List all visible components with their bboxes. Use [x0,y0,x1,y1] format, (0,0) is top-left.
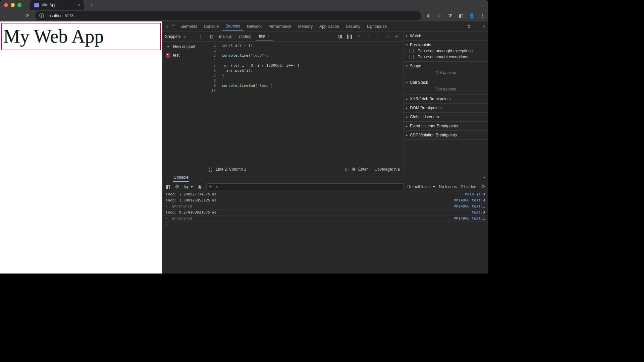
issues-label[interactable]: No Issues [439,184,457,189]
console-filter-input[interactable]: Filter [206,183,404,190]
close-window-button[interactable] [4,3,8,7]
snippet-file-icon [166,53,170,58]
forward-button[interactable]: → [14,13,19,18]
console-log-row: loop: 9.274169921875 mstest:9 [162,209,488,216]
drawer-menu-icon[interactable]: ⋮ [165,175,169,180]
new-snippet-button[interactable]: ＋ New snippet [162,42,205,52]
pause-caught-checkbox[interactable]: Pause on caught exceptions [406,54,486,60]
code-area[interactable]: const arr = []; console.time("loop"); fo… [219,42,302,165]
console-prompt[interactable]: › [162,222,488,229]
tab-title: Vite App [42,3,56,7]
live-expression-icon[interactable]: ◉ [197,184,202,189]
snippet-file-test[interactable]: test [162,52,205,59]
tab-security[interactable]: Security [342,21,364,31]
tab-sources[interactable]: Sources [222,21,244,31]
editor-tab-mainjs[interactable]: main.js [216,32,235,41]
global-listeners-section[interactable]: ▸Global Listeners [406,114,486,120]
webpage-viewport: My Web App [0,21,162,274]
console-drawer: ⋮ Console × ◧ ⊘ top▾ ◉ Filter Default le… [162,173,488,274]
new-tab-button[interactable]: + [90,2,93,8]
minimize-window-button[interactable] [11,3,15,7]
zoom-icon[interactable]: ⊕ [426,13,431,18]
back-button[interactable]: ← [3,13,9,18]
log-message: undefined [172,204,454,208]
pretty-print-icon[interactable]: { } [209,167,212,172]
browser-menu-icon[interactable]: ⋮ [480,13,485,18]
side-panel-icon[interactable]: ◧ [458,13,464,18]
reload-button[interactable]: ⟳ [25,13,30,18]
close-editor-tab-icon[interactable]: × [267,34,269,38]
pause-uncaught-checkbox[interactable]: Pause on uncaught exceptions [406,48,486,54]
console-log-row: loop: 1.200927734375 msmain.js:9 [162,191,488,197]
close-tab-icon[interactable]: × [78,3,80,7]
watch-section[interactable]: ▸Watch [406,33,486,39]
hidden-count[interactable]: 2 hidden [461,184,476,189]
page-heading: My Web App [3,25,159,47]
csp-breakpoints-section[interactable]: ▸CSP Violation Breakpoints [406,132,486,138]
pause-script-icon[interactable]: ❚❚ [347,34,352,39]
log-levels-selector[interactable]: Default levels▾ [408,184,435,189]
device-toggle-icon[interactable]: 📱 [170,24,177,29]
devtools-close-icon[interactable]: × [480,24,487,29]
bookmark-icon[interactable]: ☆ [437,13,442,18]
editor-statusbar: { } Line 2, Column 1 ▷ ⌘+Enter Coverage:… [205,165,403,173]
console-settings-icon[interactable]: ⚙ [480,184,486,189]
address-bar[interactable]: ⓘ localhost:5173 [35,11,421,20]
devtools-menu-icon[interactable]: ⋮ [474,24,480,29]
code-editor[interactable]: 12345678910 const arr = []; console.time… [205,42,403,165]
log-source-link[interactable]: test:9 [472,210,485,215]
extensions-icon[interactable]: ⧩ [447,13,453,18]
callstack-section[interactable]: ▾Call Stack [406,79,486,85]
snippet-file-name: test [173,53,179,58]
tabs-dropdown-icon[interactable]: ⌄ [481,3,484,7]
event-listener-breakpoints-section[interactable]: ▸Event Listener Breakpoints [406,123,486,129]
tab-console[interactable]: Console [201,21,222,31]
traffic-lights [4,3,21,7]
tab-lighthouse[interactable]: Lighthouse [364,21,390,31]
run-snippet-icon[interactable]: ▷ [345,167,348,172]
context-selector[interactable]: top▾ [184,184,193,189]
tab-elements[interactable]: Elements [177,21,201,31]
sidebar-more-tabs-icon[interactable]: » [183,34,186,39]
console-sidebar-toggle-icon[interactable]: ◧ [165,184,170,189]
drawer-tab-console[interactable]: Console [173,173,189,182]
profile-icon[interactable]: 👤 [469,13,474,18]
editor-tab-test[interactable]: test× [256,32,273,41]
step-out-icon[interactable]: ↑ [375,34,380,39]
toggle-navigator-icon[interactable]: ◧ [207,34,215,39]
zoom-window-button[interactable] [17,3,21,7]
url-text: localhost:5173 [48,13,73,18]
sidebar-tab-snippets[interactable]: Snippets [165,34,181,39]
tab-memory[interactable]: Memory [295,21,316,31]
new-snippet-label: New snippet [173,44,195,49]
toggle-debugger-icon[interactable]: ◨ [337,34,343,39]
scope-section[interactable]: ▾Scope [406,63,486,69]
dom-breakpoints-section[interactable]: ▸DOM Breakpoints [406,105,486,111]
breakpoints-section[interactable]: ▾Breakpoints [406,42,486,48]
step-into-icon[interactable]: ↓ [366,34,371,39]
scope-not-paused: Not paused [406,69,486,76]
close-drawer-icon[interactable]: × [483,175,486,180]
vite-favicon-icon [34,3,39,7]
log-source-link[interactable]: VM14960 test:9 [454,198,485,202]
tab-performance[interactable]: Performance [265,21,295,31]
xhr-breakpoints-section[interactable]: ▸XHR/fetch Breakpoints [406,96,486,102]
log-message: loop: 1.200927734375 ms [166,192,465,196]
browser-tab[interactable]: Vite App × [30,0,84,10]
clear-console-icon[interactable]: ⊘ [174,184,180,189]
log-source-link[interactable]: main.js:9 [465,192,485,196]
step-over-icon[interactable]: ↷ [356,34,362,39]
deactivate-breakpoints-icon[interactable]: ⤃ [394,34,399,39]
site-info-icon[interactable]: ⓘ [39,13,44,18]
sidebar-menu-icon[interactable]: ⋮ [198,34,202,39]
tab-network[interactable]: Network [244,21,265,31]
editor-tab-index[interactable]: (index) [236,32,255,41]
log-source-link[interactable]: VM14960 test:1 [454,204,485,208]
editor-tabbar: ◧ main.js (index) test× ◨ ❚❚ ↷ ↓ ↑ →| ⤃ [205,32,403,42]
tab-application[interactable]: Application [316,21,342,31]
run-shortcut: ⌘+Enter [352,167,368,172]
devtools-settings-icon[interactable]: ⚙ [465,24,474,29]
inspect-element-icon[interactable]: ⟐ [164,24,170,29]
step-icon[interactable]: →| [384,34,390,39]
log-source-link[interactable]: VM14960 test:1 [454,216,485,221]
